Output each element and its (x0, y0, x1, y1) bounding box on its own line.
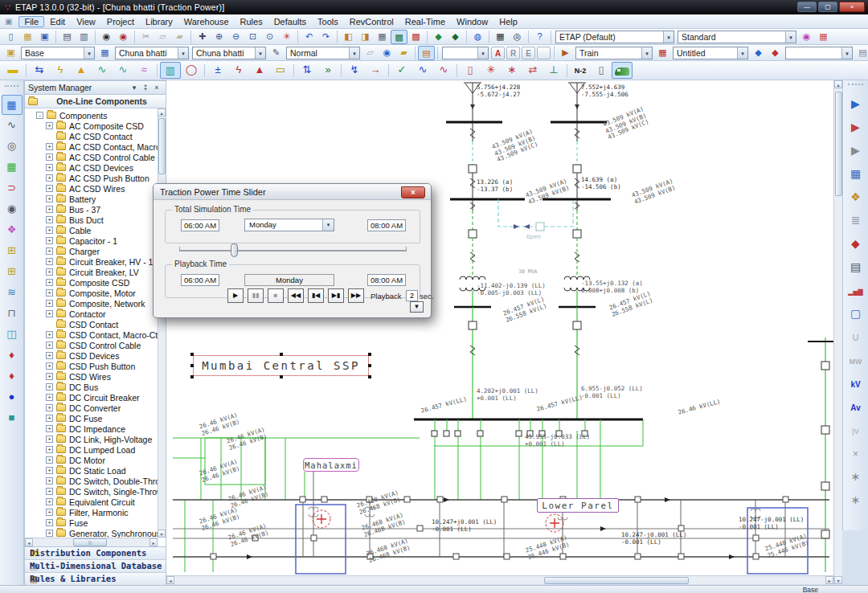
close-button[interactable]: × (839, 2, 865, 12)
expand-dialog-button[interactable]: ▼ (410, 301, 424, 313)
train-mode-icon[interactable] (612, 62, 633, 79)
a-toggle-button[interactable]: A (491, 47, 505, 59)
time-slider-track[interactable] (179, 250, 407, 252)
expander-icon[interactable]: + (46, 195, 53, 202)
tree-item[interactable]: +Equivalent Circuit (25, 497, 158, 507)
tree-item[interactable]: +DC Converter (25, 403, 158, 413)
panel-systems-icon[interactable]: ▯ (460, 62, 481, 79)
tree-item[interactable]: +CSD Contact, Macro-Ctrl (25, 329, 158, 340)
selection-handle[interactable] (368, 353, 371, 356)
stop-button[interactable]: ■ (268, 288, 284, 303)
kv-display-icon[interactable]: kV (845, 373, 867, 395)
track-layers-icon[interactable]: ≣ (845, 210, 867, 232)
one-line-components-header[interactable]: One-Line Components (25, 95, 166, 108)
alarm-icon[interactable]: ◆ (845, 233, 867, 256)
marker-red-icon[interactable]: ◆ (767, 46, 784, 60)
tree-item[interactable]: +Capacitor - 1 (25, 235, 158, 246)
print-icon[interactable]: ▤ (59, 30, 76, 44)
harmonics-icon[interactable]: ≈ (133, 62, 154, 79)
new-icon[interactable]: ▯ (2, 30, 19, 44)
config-combo[interactable]: Normal▾ (286, 47, 360, 59)
load-flow-icon[interactable]: ⇆ (29, 62, 50, 79)
profile-combo[interactable]: Standard▾ (678, 31, 796, 43)
station-label-mahalaxmi[interactable]: Mahalaxmi (303, 458, 359, 472)
tree-item[interactable]: +Composite CSD (25, 277, 158, 288)
selection-handle[interactable] (280, 353, 283, 356)
canvas-hscroll-thumb[interactable] (544, 577, 689, 584)
dialog-title-bar[interactable]: Traction Power Time Slider (154, 184, 431, 200)
e-toggle-button[interactable]: E (522, 47, 535, 59)
config-status-icon[interactable]: ✎ (268, 46, 285, 60)
time-slider-thumb[interactable] (231, 243, 238, 257)
expander-icon[interactable]: + (46, 227, 53, 234)
switching-optimization-icon[interactable]: → (365, 62, 386, 79)
arc-flash-icon[interactable]: ▲ (71, 62, 92, 79)
menu-rules[interactable]: Rules (235, 16, 268, 27)
expander-icon[interactable]: + (46, 268, 53, 276)
train-route-icon[interactable]: ▶ (845, 117, 867, 139)
tree-item[interactable]: +AC Composite CSD (25, 121, 158, 131)
menu-window[interactable]: Window (451, 16, 493, 27)
presentation-icon[interactable]: ▦ (96, 46, 113, 60)
dialog-close-button[interactable]: × (401, 186, 425, 198)
tree-item[interactable]: +DC Switch, Single-Throw (25, 486, 158, 497)
canvas-vscroll-thumb[interactable] (835, 92, 842, 196)
expander-icon[interactable]: + (46, 143, 53, 150)
expander-icon[interactable]: + (46, 383, 53, 391)
canvas-vscrollbar[interactable]: ▴ ▾ (833, 80, 842, 584)
step-back-button[interactable]: ▮◀ (308, 288, 324, 303)
theme-combo[interactable]: ETAP (Default)▾ (555, 31, 674, 43)
zoom-dynamic-icon[interactable]: ⊙ (261, 30, 278, 44)
tree-root-components[interactable]: -Components (25, 110, 158, 121)
expander-icon[interactable]: + (46, 331, 53, 338)
chevron-down-icon[interactable]: ▾ (785, 31, 796, 43)
station-label-lower-parel[interactable]: Lower Parel (537, 498, 619, 513)
color-wheel-icon[interactable]: ◉ (798, 30, 815, 44)
display-options-icon[interactable]: ▩ (391, 30, 407, 44)
expander-icon[interactable]: + (46, 352, 53, 359)
zoom-in-icon[interactable]: ⊕ (211, 30, 227, 44)
maximize-button[interactable]: ▢ (818, 2, 837, 12)
grid-icon[interactable]: ▦ (374, 30, 391, 44)
tree-item[interactable]: +AC CSD Push Button (25, 173, 158, 183)
scroll-right-icon[interactable]: ▸ (825, 576, 833, 584)
chevron-down-icon[interactable]: ▾ (84, 47, 94, 59)
scroll-down-icon[interactable]: ▾ (158, 530, 166, 538)
tree-item[interactable]: +Generator, Synchronous (25, 528, 158, 538)
ground-grid-icon[interactable]: ⊥ (543, 62, 564, 79)
library-icon[interactable]: ◆ (430, 30, 447, 44)
child-window-icon[interactable]: ▣ (5, 17, 12, 26)
train-animation-icon[interactable]: ▶ (845, 93, 867, 116)
view-combo[interactable]: Chuna bhatti▾ (192, 47, 266, 59)
step-forward-button[interactable]: ▶▮ (328, 288, 344, 303)
tree-item[interactable]: +Bus Duct (25, 215, 158, 225)
meters-icon[interactable]: ◎ (2, 137, 23, 157)
revision-combo[interactable]: Base▾ (21, 47, 95, 59)
expander-icon[interactable]: + (46, 185, 53, 192)
playback-speed-field[interactable]: 2 (406, 290, 418, 301)
study_case-combo[interactable]: Train▾ (575, 47, 653, 59)
fast-forward-button[interactable]: ▶▶ (348, 288, 364, 303)
chevron-down-icon[interactable]: ▾ (322, 219, 334, 231)
study-case-icon[interactable]: ▶ (557, 46, 574, 60)
menu-edit[interactable]: Edit (44, 16, 71, 27)
sim-day-combo[interactable]: Monday ▾ (244, 219, 334, 231)
chevron-down-icon[interactable]: ▾ (841, 47, 852, 59)
menu-revcontrol[interactable]: RevControl (344, 16, 399, 27)
tab-multi-dimensional-database[interactable]: ▤ Multi-Dimensional Database (25, 560, 166, 573)
element-colors-icon[interactable]: ▩ (407, 30, 424, 44)
tree-item[interactable]: +Contactor (25, 309, 158, 319)
data-check-icon[interactable]: ▤ (418, 46, 435, 60)
expander-icon[interactable]: + (46, 498, 53, 505)
panel-close-icon[interactable]: × (151, 84, 162, 92)
tree-item[interactable]: +CSD Wires (25, 371, 158, 382)
copy-icon[interactable]: ▱ (154, 30, 171, 44)
save-icon[interactable]: ▣ (36, 30, 53, 44)
report-manager-icon[interactable]: ▦ (654, 46, 671, 60)
battery-sizing-icon[interactable]: ▭ (270, 62, 291, 79)
dc-short-circuit-icon[interactable]: ϟ (228, 62, 249, 79)
iv-display-icon[interactable]: |V (845, 419, 867, 442)
filter-combo[interactable]: ▾ (442, 47, 489, 59)
marker-blue-icon[interactable]: ◆ (750, 46, 767, 60)
short-circuit-icon[interactable]: ϟ (50, 62, 71, 79)
